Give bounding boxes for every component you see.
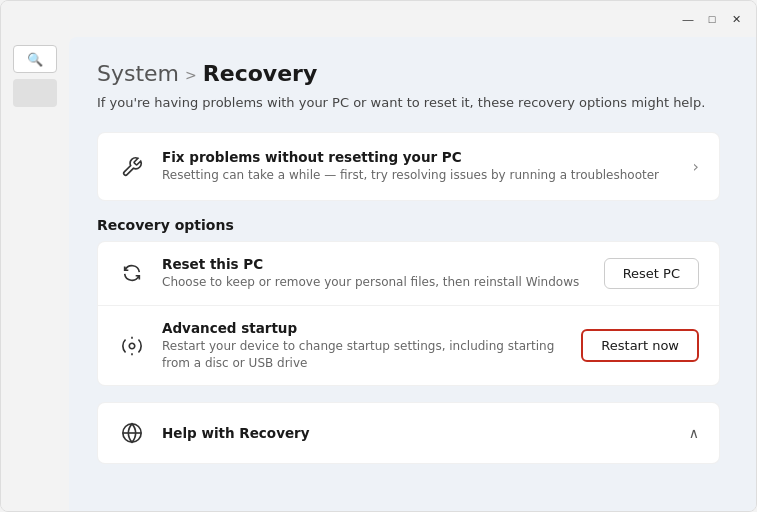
window-controls: — □ ✕ (680, 11, 744, 27)
reset-pc-button[interactable]: Reset PC (604, 258, 699, 289)
fix-card-text: Fix problems without resetting your PC R… (162, 149, 659, 184)
breadcrumb-current: Recovery (203, 61, 317, 86)
main-content: System > Recovery If you're having probl… (69, 37, 756, 511)
advanced-startup-row: Advanced startup Restart your device to … (98, 306, 719, 386)
advanced-startup-text: Advanced startup Restart your device to … (162, 320, 581, 372)
help-recovery-card[interactable]: Help with Recovery ∧ (97, 402, 720, 464)
restart-now-button[interactable]: Restart now (581, 329, 699, 362)
settings-window: — □ ✕ 🔍 System > Recovery If you're havi… (0, 0, 757, 512)
fix-card-left: Fix problems without resetting your PC R… (118, 149, 681, 184)
reset-pc-title: Reset this PC (162, 256, 579, 272)
wrench-icon (118, 153, 146, 181)
advanced-startup-desc: Restart your device to change startup se… (162, 338, 581, 372)
sidebar: 🔍 (1, 37, 69, 511)
breadcrumb-chevron-icon: > (185, 67, 197, 83)
advanced-startup-icon (118, 332, 146, 360)
sidebar-spacer (13, 79, 57, 107)
help-chevron-icon: ∧ (689, 425, 699, 441)
reset-pc-text: Reset this PC Choose to keep or remove y… (162, 256, 579, 291)
title-bar: — □ ✕ (1, 1, 756, 37)
fix-card-chevron-icon: › (693, 157, 699, 176)
help-card-title: Help with Recovery (162, 425, 310, 441)
advanced-startup-left: Advanced startup Restart your device to … (118, 320, 581, 372)
advanced-startup-title: Advanced startup (162, 320, 581, 336)
search-box[interactable]: 🔍 (13, 45, 57, 73)
search-icon: 🔍 (27, 52, 43, 67)
recovery-options-label: Recovery options (97, 217, 720, 233)
reset-pc-desc: Choose to keep or remove your personal f… (162, 274, 579, 291)
help-icon (118, 419, 146, 447)
page-subtitle: If you're having problems with your PC o… (97, 94, 720, 112)
maximize-button[interactable]: □ (704, 11, 720, 27)
breadcrumb-parent: System (97, 61, 179, 86)
recovery-options-container: Reset this PC Choose to keep or remove y… (97, 241, 720, 386)
fix-card-title: Fix problems without resetting your PC (162, 149, 659, 165)
minimize-button[interactable]: — (680, 11, 696, 27)
help-card-left: Help with Recovery (118, 419, 310, 447)
reset-pc-left: Reset this PC Choose to keep or remove y… (118, 256, 604, 291)
content-area: 🔍 System > Recovery If you're having pro… (1, 37, 756, 511)
fix-problems-card[interactable]: Fix problems without resetting your PC R… (97, 132, 720, 201)
fix-card-desc: Resetting can take a while — first, try … (162, 167, 659, 184)
svg-point-0 (129, 343, 135, 349)
breadcrumb: System > Recovery (97, 61, 720, 86)
reset-pc-row: Reset this PC Choose to keep or remove y… (98, 242, 719, 306)
reset-icon (118, 259, 146, 287)
close-button[interactable]: ✕ (728, 11, 744, 27)
